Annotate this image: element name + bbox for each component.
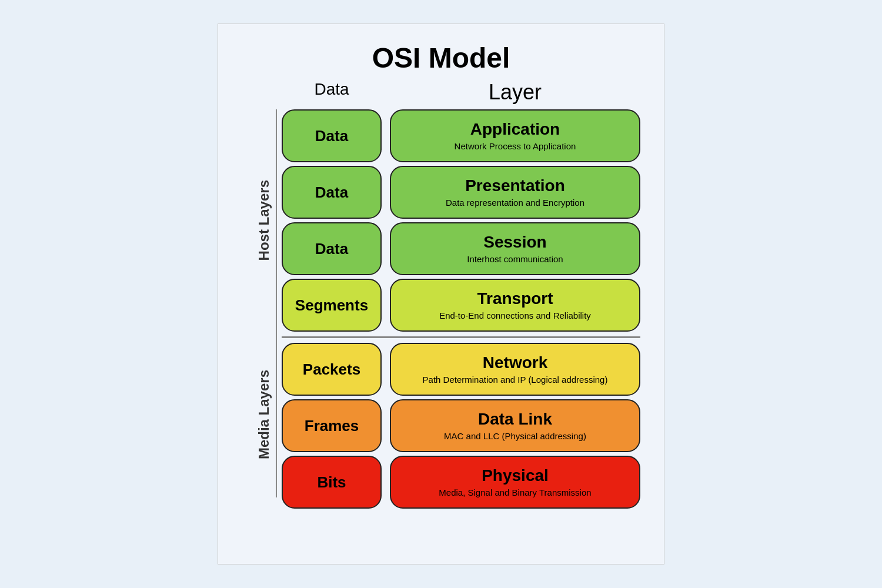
- osi-diagram: OSI Model Data Layer Host Layers Media L…: [218, 24, 664, 564]
- data-cell-layer-3: Packets: [282, 343, 382, 396]
- layer-name-3: Network: [483, 353, 547, 373]
- layer-name-6: Presentation: [465, 176, 565, 196]
- layer-cell-layer-3: NetworkPath Determination and IP (Logica…: [390, 343, 640, 396]
- osi-row-layer-5: DataSessionInterhost communication: [282, 222, 640, 275]
- layer-desc-3: Path Determination and IP (Logical addre…: [423, 374, 608, 386]
- osi-row-layer-1: BitsPhysicalMedia, Signal and Binary Tra…: [282, 456, 640, 509]
- data-cell-layer-5: Data: [282, 222, 382, 275]
- osi-row-layer-3: PacketsNetworkPath Determination and IP …: [282, 343, 640, 396]
- media-label-text: Media Layers: [256, 370, 272, 459]
- layer-desc-4: End-to-End connections and Reliability: [439, 310, 591, 322]
- layer-desc-1: Media, Signal and Binary Transmission: [439, 487, 591, 499]
- layer-name-2: Data Link: [478, 409, 552, 429]
- layer-cell-layer-4: TransportEnd-to-End connections and Reli…: [390, 279, 640, 332]
- col-header-layer: Layer: [390, 80, 640, 105]
- layer-name-4: Transport: [477, 289, 553, 309]
- osi-row-layer-6: DataPresentationData representation and …: [282, 166, 640, 219]
- host-layers-label: Host Layers: [242, 109, 277, 332]
- layer-cell-layer-1: PhysicalMedia, Signal and Binary Transmi…: [390, 456, 640, 509]
- layer-desc-6: Data representation and Encryption: [446, 197, 584, 209]
- data-cell-layer-6: Data: [282, 166, 382, 219]
- osi-row-layer-2: FramesData LinkMAC and LLC (Physical add…: [282, 399, 640, 452]
- diagram: Host Layers Media Layers DataApplication…: [242, 109, 640, 509]
- layer-cell-layer-7: ApplicationNetwork Process to Applicatio…: [390, 109, 640, 162]
- osi-row-layer-4: SegmentsTransportEnd-to-End connections …: [282, 279, 640, 332]
- media-layers-label: Media Layers: [242, 332, 277, 497]
- main-title: OSI Model: [242, 42, 640, 74]
- layer-cell-layer-5: SessionInterhost communication: [390, 222, 640, 275]
- data-cell-layer-7: Data: [282, 109, 382, 162]
- layer-desc-5: Interhost communication: [467, 253, 563, 265]
- layer-cell-layer-6: PresentationData representation and Encr…: [390, 166, 640, 219]
- layer-desc-2: MAC and LLC (Physical addressing): [444, 430, 586, 442]
- data-cell-layer-4: Segments: [282, 279, 382, 332]
- host-label-text: Host Layers: [256, 180, 272, 260]
- data-cell-layer-2: Frames: [282, 399, 382, 452]
- rows-container: DataApplicationNetwork Process to Applic…: [282, 109, 640, 509]
- layer-name-7: Application: [470, 119, 560, 139]
- layer-name-1: Physical: [482, 466, 549, 486]
- layer-cell-layer-2: Data LinkMAC and LLC (Physical addressin…: [390, 399, 640, 452]
- osi-row-layer-7: DataApplicationNetwork Process to Applic…: [282, 109, 640, 162]
- layer-desc-7: Network Process to Application: [455, 141, 576, 152]
- layer-name-5: Session: [483, 232, 546, 252]
- col-header-data: Data: [282, 80, 382, 105]
- data-cell-layer-1: Bits: [282, 456, 382, 509]
